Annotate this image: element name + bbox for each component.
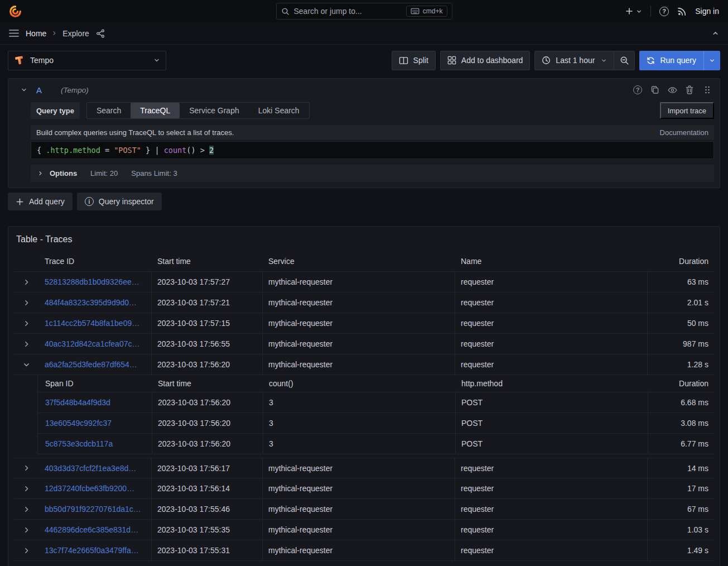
- tab-search[interactable]: Search: [87, 103, 131, 118]
- query-row-header: A (Tempo) ?: [8, 79, 720, 100]
- row-expander[interactable]: [21, 483, 32, 495]
- trace-id-link[interactable]: 52813288db1b0d9326ee…: [45, 277, 139, 286]
- grafana-logo[interactable]: [9, 5, 22, 18]
- tab-service-graph[interactable]: Service Graph: [180, 103, 248, 118]
- trace-id-link[interactable]: 13c7f74e2665f0a3479ffa…: [45, 546, 139, 555]
- query-type-label: Query type: [31, 102, 80, 119]
- query-inspector-button[interactable]: i Query inspector: [77, 193, 162, 210]
- cell-duration: 2.01 s: [648, 292, 714, 313]
- query-inspector-label: Query inspector: [99, 197, 154, 206]
- traceql-help-text: Build complex queries using TraceQL to s…: [36, 128, 234, 137]
- trace-id-link[interactable]: bb50d791f92270761da1c…: [45, 505, 141, 514]
- mega-menu-button[interactable]: [9, 29, 19, 37]
- sign-in-button[interactable]: Sign in: [695, 7, 719, 16]
- span-id-link[interactable]: 13e60549c992fc37: [45, 419, 112, 428]
- breadcrumb-home[interactable]: Home: [26, 29, 46, 38]
- share-shortlink-button[interactable]: [96, 29, 105, 38]
- cell-duration: 1.03 s: [648, 520, 714, 540]
- table-row-expanded: a6a2fa25d3fede87df654… 2023-10-03 17:56:…: [14, 354, 714, 375]
- add-query-button[interactable]: Add query: [8, 193, 73, 210]
- cell-service: mythical-requester: [263, 478, 455, 498]
- cell-start-time: 2023-10-03 17:56:55: [152, 334, 263, 354]
- cell-count: 3: [263, 434, 456, 454]
- help-icon[interactable]: ?: [659, 7, 669, 16]
- col-header-span-start[interactable]: Start time: [152, 375, 263, 392]
- col-header-name[interactable]: Name: [455, 251, 648, 271]
- row-expander[interactable]: [21, 276, 32, 288]
- trace-id-link[interactable]: 403d3d37cfcf2f1ea3e8d…: [45, 464, 136, 473]
- cell-service: mythical-requester: [263, 458, 455, 478]
- table-row: 13c7f74e2665f0a3479ffa… 2023-10-03 17:55…: [14, 540, 714, 561]
- panel-title: Table - Traces: [16, 234, 714, 244]
- col-header-duration[interactable]: Duration: [648, 251, 714, 271]
- traceql-query-input[interactable]: { .http.method = "POST" } | count() > 2: [31, 141, 714, 159]
- cell-duration: 67 ms: [648, 499, 714, 519]
- info-icon: i: [85, 197, 94, 206]
- cell-duration: 63 ms: [648, 272, 714, 292]
- grafana-logo-icon: [9, 5, 22, 18]
- cell-http-method: POST: [456, 434, 648, 454]
- breadcrumb-explore[interactable]: Explore: [62, 29, 89, 38]
- cell-name: requester: [455, 499, 648, 519]
- cell-name: requester: [455, 520, 648, 540]
- split-button[interactable]: Split: [392, 51, 436, 70]
- col-header-service[interactable]: Service: [263, 251, 455, 271]
- col-header-count[interactable]: count(): [263, 375, 456, 392]
- datasource-picker[interactable]: Tempo: [8, 51, 166, 70]
- col-header-trace-id[interactable]: Trace ID: [39, 251, 152, 271]
- trace-id-link[interactable]: 12d37240fcbe63fb9200…: [45, 484, 134, 493]
- tempo-datasource-icon: [14, 55, 25, 66]
- cell-start-time: 2023-10-03 17:55:46: [152, 499, 263, 519]
- table-header-row: Trace ID Start time Service Name Duratio…: [14, 251, 714, 272]
- add-to-dashboard-label: Add to dashboard: [461, 56, 523, 65]
- documentation-link[interactable]: Documentation: [660, 128, 708, 137]
- query-help-icon[interactable]: ?: [633, 85, 642, 94]
- collapse-top-button[interactable]: [712, 30, 719, 37]
- cell-name: requester: [455, 313, 648, 333]
- row-expander[interactable]: [21, 338, 32, 350]
- time-range-picker[interactable]: Last 1 hour: [535, 51, 614, 70]
- col-header-http-method[interactable]: http.method: [456, 375, 648, 392]
- tab-traceql[interactable]: TraceQL: [131, 103, 180, 118]
- tab-loki-search[interactable]: Loki Search: [249, 103, 309, 118]
- row-expander[interactable]: [21, 545, 32, 557]
- table-row: 52813288db1b0d9326ee… 2023-10-03 17:57:2…: [14, 272, 714, 292]
- run-query-dropdown[interactable]: [703, 51, 720, 70]
- row-expander[interactable]: [21, 297, 32, 309]
- trace-id-link[interactable]: 40ac312d842ca1cfea07c…: [45, 339, 139, 348]
- query-collapse-toggle[interactable]: [21, 87, 27, 93]
- trace-id-link[interactable]: 4462896dce6c385e831d…: [45, 525, 138, 534]
- span-id-link[interactable]: 5c8753e3cdcb117a: [45, 439, 113, 448]
- trace-id-link[interactable]: 484f4a8323c395d9d9d0…: [45, 298, 137, 307]
- breadcrumb-separator-icon: [51, 30, 57, 36]
- run-query-button[interactable]: Run query: [639, 51, 720, 70]
- new-menu-button[interactable]: [625, 7, 642, 16]
- drag-handle-icon[interactable]: [704, 85, 711, 94]
- row-expander[interactable]: [21, 524, 32, 536]
- span-id-link[interactable]: 37f5d48b4a4f9d3d: [45, 398, 110, 407]
- row-expander[interactable]: [21, 462, 32, 474]
- span-row: 5c8753e3cdcb117a 2023-10-03 17:56:20 3 P…: [38, 434, 714, 454]
- traceql-help-bar: Build complex queries using TraceQL to s…: [31, 125, 714, 140]
- cell-service: mythical-requester: [263, 499, 455, 519]
- zoom-out-time-button[interactable]: [614, 51, 634, 70]
- row-expander[interactable]: [21, 318, 32, 329]
- col-header-start-time[interactable]: Start time: [152, 251, 263, 271]
- delete-query-icon[interactable]: [686, 85, 693, 94]
- import-trace-button[interactable]: Import trace: [660, 102, 714, 119]
- search-input[interactable]: Search or jump to... cmd+k: [276, 3, 452, 20]
- news-rss-icon[interactable]: [677, 7, 687, 16]
- toggle-visibility-icon[interactable]: [668, 87, 677, 94]
- table-row: 484f4a8323c395d9d9d0… 2023-10-03 17:57:2…: [14, 292, 714, 313]
- col-header-span-duration[interactable]: Duration: [648, 375, 714, 392]
- trace-id-link[interactable]: a6a2fa25d3fede87df654…: [45, 360, 137, 369]
- row-expander[interactable]: [21, 503, 32, 515]
- col-header-span-id[interactable]: Span ID: [38, 375, 152, 392]
- chevron-down-icon: [709, 57, 715, 64]
- trace-id-link[interactable]: 1c114cc2b574b8fa1be09…: [45, 319, 139, 328]
- cell-span-start: 2023-10-03 17:56:20: [152, 413, 263, 433]
- duplicate-query-icon[interactable]: [650, 85, 659, 94]
- options-collapse-row[interactable]: Options Limit: 20 Spans Limit: 3: [31, 165, 714, 182]
- add-to-dashboard-button[interactable]: Add to dashboard: [440, 51, 531, 70]
- row-collapser[interactable]: [21, 359, 32, 371]
